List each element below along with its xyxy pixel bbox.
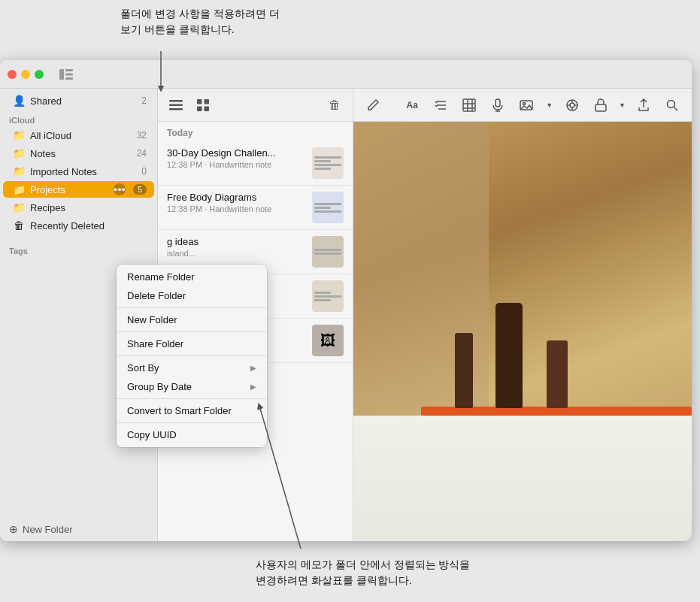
menu-separator-3 [117, 355, 267, 356]
note-text: 30-Day Design Challen... 12:38 PM · Hand… [167, 147, 306, 179]
svg-rect-2 [59, 69, 64, 80]
annotation-top: 폴더에 변경 사항을 적용하려면 더 보기 버튼을 클릭합니다. [120, 6, 346, 38]
svg-rect-12 [205, 106, 210, 111]
folder-icon-notes: 📁 [12, 147, 26, 159]
share-button[interactable] [633, 95, 654, 116]
audio-button[interactable] [487, 95, 508, 116]
collab-button[interactable] [562, 95, 583, 116]
svg-rect-3 [65, 69, 73, 71]
grid-view-button[interactable] [192, 95, 214, 116]
sort-by-arrow: ▶ [250, 364, 256, 372]
svg-point-25 [523, 102, 526, 104]
svg-point-27 [570, 103, 574, 107]
menu-item-copy-uuid[interactable]: Copy UUID [117, 425, 267, 444]
note-thumbnail [312, 192, 344, 223]
bottle-medium [547, 340, 568, 408]
traffic-lights [8, 70, 44, 79]
content-area: 👤 Shared 2 iCloud 📁 All iCloud 32 📁 Note… [0, 89, 692, 541]
icloud-section-label: iCloud [0, 110, 157, 126]
group-by-date-arrow: ▶ [250, 383, 256, 391]
new-folder-icon: ⊕ [9, 523, 18, 535]
sidebar-item-imported-notes[interactable]: 📁 Imported Notes 0 [3, 163, 154, 180]
trash-icon: 🗑 [12, 219, 26, 231]
context-menu: Rename Folder Delete Folder New Folder S… [117, 265, 267, 447]
close-button[interactable] [8, 70, 17, 79]
menu-item-delete-folder[interactable]: Delete Folder [117, 286, 267, 305]
svg-line-34 [674, 107, 678, 110]
svg-rect-11 [197, 106, 202, 111]
table-button[interactable] [459, 95, 480, 116]
media-button[interactable] [516, 95, 537, 116]
compose-button[interactable] [362, 95, 383, 116]
note-item[interactable]: Free Body Diagrams 12:38 PM · Handwritte… [158, 186, 353, 230]
note-text: Free Body Diagrams 12:38 PM · Handwritte… [167, 192, 306, 223]
bottle-small [455, 333, 473, 408]
note-preview: Aa [353, 89, 692, 541]
svg-rect-21 [495, 99, 500, 107]
titlebar [0, 60, 692, 89]
menu-item-new-folder[interactable]: New Folder [117, 310, 267, 329]
note-thumbnail: 🖼 [312, 325, 344, 356]
media-dropdown-arrow[interactable]: ▼ [546, 101, 553, 109]
svg-rect-10 [205, 99, 210, 104]
svg-rect-5 [65, 77, 73, 80]
note-thumbnail [312, 147, 344, 179]
menu-item-share-folder[interactable]: Share Folder [117, 334, 267, 353]
checklist-button[interactable] [430, 95, 451, 116]
sidebar-item-notes[interactable]: 📁 Notes 24 [3, 145, 154, 162]
sidebar-item-shared[interactable]: 👤 Shared 2 [3, 92, 154, 109]
sidebar-item-all-icloud[interactable]: 📁 All iCloud 32 [3, 127, 154, 144]
notes-date-header: Today [158, 122, 353, 141]
shared-icon: 👤 [12, 95, 26, 107]
maximize-button[interactable] [35, 70, 44, 79]
delete-notes-button[interactable]: 🗑 [324, 95, 345, 116]
more-btn[interactable]: ●●● [114, 183, 126, 195]
folder-icon-imported: 📁 [12, 165, 26, 177]
folder-icon-projects: 📁 [12, 183, 26, 195]
menu-item-convert-smart-folder[interactable]: Convert to Smart Folder [117, 401, 267, 420]
svg-rect-8 [169, 108, 183, 110]
annotation-bottom: 사용자의 메모가 폴더 안에서 정렬되는 방식을 변경하려면 화살표를 클릭합니… [256, 557, 504, 588]
lock-button[interactable] [590, 95, 611, 116]
svg-rect-6 [169, 100, 183, 102]
folder-icon-recipes: 📁 [12, 201, 26, 213]
menu-separator-1 [117, 307, 267, 308]
folder-icon-all: 📁 [12, 129, 26, 141]
lock-dropdown-arrow[interactable]: ▼ [619, 101, 626, 109]
note-text: g ideas island... [167, 236, 306, 268]
menu-item-sort-by[interactable]: Sort By ▶ [117, 358, 267, 377]
note-detail-toolbar: Aa [353, 89, 692, 122]
floor [353, 416, 692, 541]
menu-separator-2 [117, 331, 267, 332]
note-image-preview [353, 122, 692, 541]
list-view-button[interactable] [165, 95, 186, 116]
menu-separator-5 [117, 422, 267, 423]
menu-item-rename-folder[interactable]: Rename Folder [117, 268, 267, 286]
minimize-button[interactable] [21, 70, 30, 79]
menu-separator-4 [117, 398, 267, 399]
svg-rect-4 [65, 73, 73, 75]
new-folder-button[interactable]: ⊕ New Folder [0, 519, 157, 541]
svg-rect-16 [463, 99, 475, 111]
svg-point-33 [668, 100, 675, 107]
sidebar-item-recently-deleted[interactable]: 🗑 Recently Deleted [3, 217, 154, 234]
sidebar-toggle-button[interactable] [59, 67, 74, 82]
bottle-large [495, 303, 523, 408]
note-item[interactable]: 30-Day Design Challen... 12:38 PM · Hand… [158, 141, 353, 186]
menu-item-group-by-date[interactable]: Group By Date ▶ [117, 377, 267, 396]
notes-toolbar: 🗑 [158, 89, 353, 122]
note-thumbnail [312, 280, 344, 312]
sidebar-item-projects[interactable]: 📁 Projects ●●● 5 [3, 181, 154, 198]
svg-rect-7 [169, 104, 183, 106]
svg-rect-32 [595, 104, 606, 111]
text-format-button[interactable]: Aa [402, 95, 423, 116]
svg-rect-9 [197, 99, 202, 104]
main-window: 👤 Shared 2 iCloud 📁 All iCloud 32 📁 Note… [0, 60, 692, 541]
search-button[interactable] [662, 95, 683, 116]
sidebar-item-recipes[interactable]: 📁 Recipes [3, 199, 154, 216]
note-thumbnail [312, 236, 344, 268]
tags-section: Tags [0, 240, 157, 257]
tags-label: Tags [0, 240, 157, 257]
